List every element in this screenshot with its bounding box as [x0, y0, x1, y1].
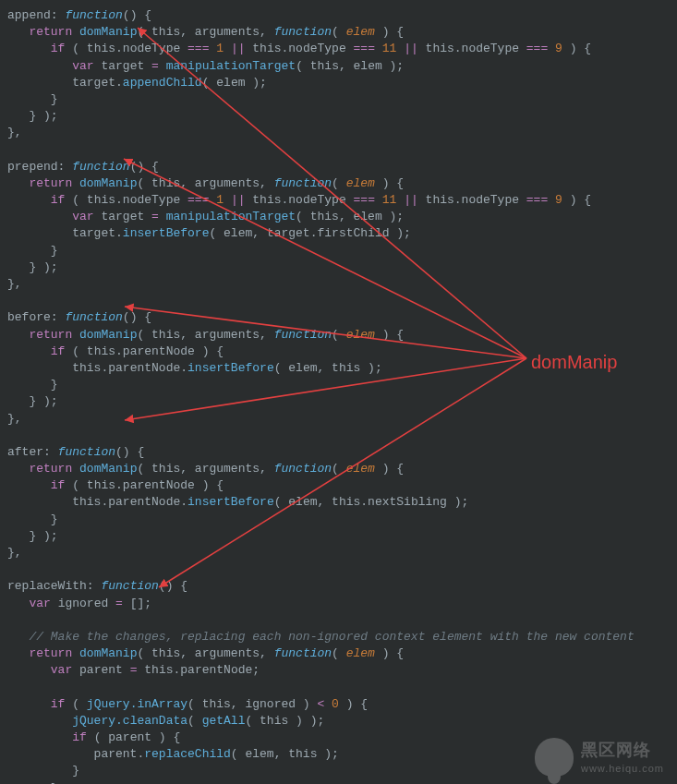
- method-name: after: [7, 445, 43, 459]
- annotation-label: domManip: [531, 349, 617, 375]
- mushroom-icon: [535, 738, 574, 777]
- method-name: before: [7, 310, 51, 324]
- method-name: prepend: [7, 160, 58, 174]
- method-name: replaceWith: [7, 579, 87, 593]
- method-name: append: [7, 8, 51, 22]
- watermark-url: www.heiqu.com: [581, 762, 664, 776]
- code-block: append: function() { return domManip( th…: [7, 7, 670, 784]
- watermark-title: 黑区网络: [581, 739, 664, 762]
- watermark: 黑区网络 www.heiqu.com: [535, 738, 664, 777]
